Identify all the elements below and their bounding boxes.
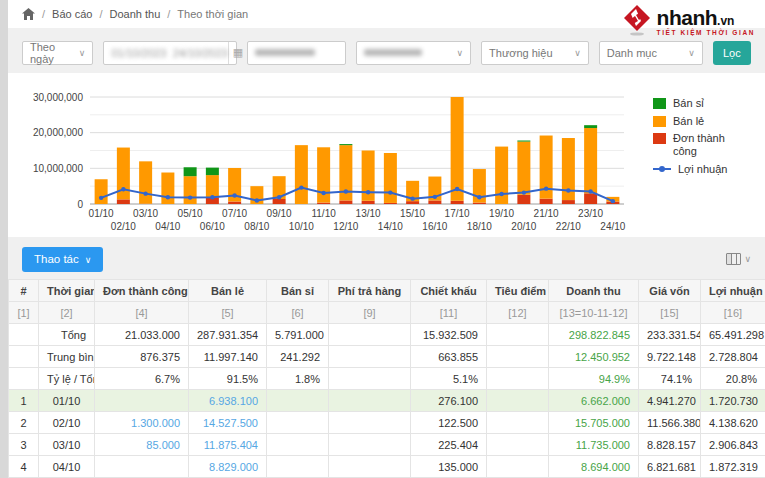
table-cell: [487, 456, 549, 478]
svg-text:10,000,000: 10,000,000: [33, 163, 83, 174]
table-cell: 8.828.157: [639, 434, 701, 456]
home-icon[interactable]: [22, 8, 35, 20]
logo-name: nhanh: [657, 6, 718, 29]
table-cell[interactable]: 14.527.500: [189, 412, 267, 434]
table-cell: [9, 368, 39, 390]
column-index: [4]: [95, 302, 189, 324]
revenue-chart-card: 010,000,00020,000,00030,000,00001/1002/1…: [8, 73, 765, 237]
summary-label: Tổng: [39, 324, 95, 346]
svg-text:19/10: 19/10: [489, 208, 514, 219]
column-index: [2]: [39, 302, 95, 324]
table-cell[interactable]: 85.000: [95, 434, 189, 456]
column-header[interactable]: Thời gian: [39, 280, 95, 302]
columns-icon: [726, 253, 741, 265]
table-row: 101/106.938.100276.1006.662.0004.941.270…: [9, 390, 765, 412]
svg-text:20,000,000: 20,000,000: [33, 127, 83, 138]
table-cell: 11.566.380: [639, 412, 701, 434]
summary-row: Tỷ lệ / Tổng6.7%91.5%1.8%5.1%94.9%74.1%2…: [9, 368, 765, 390]
column-picker-button[interactable]: ∨: [726, 253, 751, 265]
svg-text:04/10: 04/10: [155, 221, 180, 232]
chart-legend: Bán sỉBán lẻĐơn thành côngLợi nhuận: [653, 97, 749, 180]
column-header[interactable]: Tiêu điểm: [487, 280, 549, 302]
legend-item: Bán sỉ: [653, 97, 749, 110]
table-cell: 4.138.620: [701, 412, 765, 434]
table-cell[interactable]: 1.300.000: [95, 412, 189, 434]
product-search-input-blurred[interactable]: [247, 41, 345, 65]
date-range-input[interactable]: 01/10/2023 24/10/2023 ▦: [103, 41, 237, 65]
table-row: 303/1085.00011.875.404225.40411.735.0008…: [9, 434, 765, 456]
table-cell: [329, 346, 411, 368]
table-cell[interactable]: 6.938.100: [189, 390, 267, 412]
breadcrumb-bao-cao[interactable]: Báo cáo: [52, 8, 92, 20]
product-type-select-blurred[interactable]: ∨: [356, 41, 471, 65]
brand-select[interactable]: Thương hiệu∨: [481, 41, 589, 65]
table-cell: [487, 324, 549, 346]
table-cell: 233.331.547: [639, 324, 701, 346]
table-cell: 287.931.354: [189, 324, 267, 346]
breadcrumb-theo-thoi-gian: Theo thời gian: [177, 8, 248, 20]
column-header[interactable]: Bán sỉ: [267, 280, 329, 302]
column-header[interactable]: Đơn thành công: [95, 280, 189, 302]
svg-text:14/10: 14/10: [378, 221, 403, 232]
table-cell: [329, 434, 411, 456]
category-select[interactable]: Danh mục∨: [599, 41, 703, 65]
table-cell: 1.8%: [267, 368, 329, 390]
column-header[interactable]: Phí trả hàng: [329, 280, 411, 302]
svg-text:23/10: 23/10: [578, 208, 603, 219]
table-row: 404/108.829.000135.0008.694.0006.821.681…: [9, 456, 765, 478]
column-index: [11]: [411, 302, 487, 324]
table-cell: 11.997.140: [189, 346, 267, 368]
row-number: 1: [9, 390, 39, 412]
table-cell: 91.5%: [189, 368, 267, 390]
legend-line-marker: [653, 163, 671, 175]
svg-text:0: 0: [77, 199, 83, 210]
table-cell: 65.491.298: [701, 324, 765, 346]
table-cell: [267, 390, 329, 412]
table-actions-bar: Thao tác∨ ∨: [8, 237, 765, 273]
summary-row: Trung bình876.37511.997.140241.292663.85…: [9, 346, 765, 368]
breadcrumb: / Báo cáo / Doanh thu / Theo thời gian: [22, 8, 248, 20]
thao-tac-button[interactable]: Thao tác∨: [22, 247, 103, 272]
svg-text:03/10: 03/10: [133, 208, 158, 219]
table-cell: [329, 368, 411, 390]
column-header[interactable]: Giá vốn: [639, 280, 701, 302]
table-cell[interactable]: 11.875.404: [189, 434, 267, 456]
report-table-card: #Thời gianĐơn thành côngBán lẻBán sỉPhí …: [8, 279, 765, 478]
column-index: [9]: [329, 302, 411, 324]
legend-item-line: Lợi nhuận: [653, 163, 749, 176]
summary-label: Trung bình: [39, 346, 95, 368]
svg-text:21/10: 21/10: [534, 208, 559, 219]
table-cell: 876.375: [95, 346, 189, 368]
table-cell: 6.821.681: [639, 456, 701, 478]
table-cell: [95, 390, 189, 412]
chevron-down-icon: ∨: [682, 48, 695, 58]
column-header[interactable]: Doanh thu: [549, 280, 639, 302]
column-header[interactable]: Lợi nhuận: [701, 280, 765, 302]
svg-text:05/10: 05/10: [178, 208, 203, 219]
svg-text:12/10: 12/10: [333, 221, 358, 232]
table-cell[interactable]: 8.829.000: [189, 456, 267, 478]
table-cell: [487, 412, 549, 434]
revenue-chart: 010,000,00020,000,00030,000,00001/1002/1…: [8, 73, 648, 237]
column-index: [16]: [701, 302, 765, 324]
column-header[interactable]: #: [9, 280, 39, 302]
breadcrumb-doanh-thu[interactable]: Doanh thu: [110, 8, 161, 20]
table-cell: [267, 434, 329, 456]
filter-button[interactable]: Lọc: [713, 41, 751, 65]
svg-text:09/10: 09/10: [267, 208, 292, 219]
legend-swatch: [653, 116, 666, 127]
collapsed-sidebar-edge: [0, 0, 8, 478]
date-to: 24/10/2023: [173, 47, 228, 59]
chevron-down-icon: ∨: [85, 255, 92, 265]
table-cell: 74.1%: [639, 368, 701, 390]
svg-text:13/10: 13/10: [356, 208, 381, 219]
table-cell: 276.100: [411, 390, 487, 412]
svg-text:08/10: 08/10: [244, 221, 269, 232]
column-header[interactable]: Chiết khấu: [411, 280, 487, 302]
legend-swatch: [653, 98, 666, 109]
table-cell: 122.500: [411, 412, 487, 434]
period-select[interactable]: Theo ngày∨: [22, 41, 93, 65]
calendar-icon: ▦: [228, 42, 243, 64]
column-header[interactable]: Bán lẻ: [189, 280, 267, 302]
svg-text:24/10: 24/10: [600, 221, 625, 232]
